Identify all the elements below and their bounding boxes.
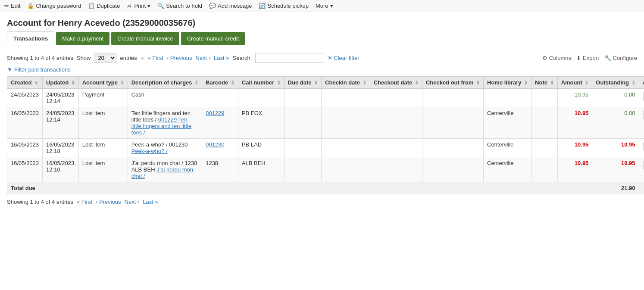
col-updated[interactable]: Updated ⇕ bbox=[43, 77, 79, 89]
sort-barcode-icon: ⇕ bbox=[231, 80, 234, 85]
prev-page-link[interactable]: ‹ Previous bbox=[167, 55, 192, 61]
bottom-last-link[interactable]: Last » bbox=[143, 199, 158, 205]
page-title: Account for Henry Acevedo (2352900003567… bbox=[0, 12, 644, 31]
filter-icon: ▼ bbox=[7, 66, 13, 73]
bottom-first-link[interactable]: « First bbox=[77, 199, 92, 205]
col-home-library[interactable]: Home library ⇕ bbox=[484, 77, 531, 89]
print-link[interactable]: 🖨 Print ▾ bbox=[127, 3, 150, 9]
cell-created: 16/05/2023 bbox=[7, 107, 43, 139]
cell-updated: 24/05/2023 12:14 bbox=[43, 107, 79, 139]
cell-account-type: Lost item bbox=[78, 107, 128, 139]
col-amount[interactable]: Amount ⇕ bbox=[557, 77, 592, 89]
cell-description: J'ai perdu mon chat / 1238 ALB BEH J'ai … bbox=[128, 157, 202, 182]
col-call-number[interactable]: Call number ⇕ bbox=[238, 77, 284, 89]
cell-amount: 10.95 bbox=[557, 107, 592, 139]
cell-actions: 🖨 Print ☰ Details 💳 Pay ⊘ Cancel charge bbox=[639, 139, 644, 157]
clear-filter-button[interactable]: ✕ Clear filter bbox=[328, 55, 359, 61]
cell-call-number: PB FOX bbox=[238, 107, 284, 139]
duplicate-icon: 📋 bbox=[88, 3, 95, 9]
sort-call-number-icon: ⇕ bbox=[277, 80, 281, 85]
print-icon: 🖨 bbox=[127, 3, 132, 9]
sort-checkin-icon: ⇕ bbox=[363, 80, 366, 85]
create-credit-button[interactable]: Create manual credit bbox=[181, 32, 245, 45]
col-note[interactable]: Note ⇕ bbox=[531, 77, 558, 89]
cell-home-library: Centerville bbox=[484, 139, 531, 157]
filter-paid-link[interactable]: ▼ Filter paid transactions bbox=[7, 66, 637, 73]
cell-actions: 🖨 Receipt ▾ ☰ Details ⊘ Void payment bbox=[639, 89, 644, 107]
col-description[interactable]: Description of charges ⇕ bbox=[128, 77, 202, 89]
sort-home-library-icon: ⇕ bbox=[524, 80, 528, 85]
cell-call-number bbox=[238, 89, 284, 107]
more-link[interactable]: More ▾ bbox=[316, 3, 333, 9]
tab-transactions[interactable]: Transactions bbox=[7, 31, 54, 46]
add-message-link[interactable]: 💬 Add message bbox=[209, 3, 252, 9]
export-button[interactable]: ⬇ Export bbox=[576, 55, 599, 61]
col-account-type[interactable]: Account type ⇕ bbox=[78, 77, 128, 89]
search-to-hold-link[interactable]: 🔍 Search to hold bbox=[157, 3, 202, 9]
total-value: 21.90 bbox=[592, 182, 639, 194]
table-controls: Showing 1 to 4 of 4 entries Show 10 20 5… bbox=[0, 51, 644, 65]
refresh-icon: 🔄 bbox=[259, 3, 266, 9]
col-checked-out-from[interactable]: Checked out from ⇕ bbox=[422, 77, 483, 89]
columns-button[interactable]: ⚙ Columns bbox=[542, 55, 571, 61]
table-row: 16/05/2023 16/05/2023 12:18 Lost item Pe… bbox=[7, 139, 644, 157]
col-barcode[interactable]: Barcode ⇕ bbox=[202, 77, 238, 89]
clear-icon: ✕ bbox=[328, 55, 332, 61]
cell-checked-out-from bbox=[422, 89, 483, 107]
col-checkin-date[interactable]: Checkin date ⇕ bbox=[322, 77, 370, 89]
search-input[interactable] bbox=[255, 53, 324, 63]
cell-checkout-date bbox=[370, 107, 422, 139]
cell-created: 16/05/2023 bbox=[7, 157, 43, 182]
next-page-link[interactable]: Next › bbox=[195, 55, 210, 61]
cell-checkout-date bbox=[370, 157, 422, 182]
first-page-link[interactable]: « First bbox=[148, 55, 163, 61]
table-row: 16/05/2023 16/05/2023 12:10 Lost item J'… bbox=[7, 157, 644, 182]
description-link[interactable]: J'ai perdu mon chat / bbox=[131, 166, 193, 179]
cell-description: Cash bbox=[128, 89, 202, 107]
cell-barcode bbox=[202, 89, 238, 107]
cell-amount: 10.95 bbox=[557, 157, 592, 182]
sort-checked-out-icon: ⇕ bbox=[476, 80, 480, 85]
configure-button[interactable]: 🔧 Configure bbox=[604, 55, 637, 61]
barcode-link[interactable]: 001230 bbox=[206, 141, 224, 148]
schedule-pickup-link[interactable]: 🔄 Schedule pickup bbox=[259, 3, 308, 9]
table-row: 16/05/2023 24/05/2023 12:14 Lost item Te… bbox=[7, 107, 644, 139]
cell-account-type: Payment bbox=[78, 89, 128, 107]
col-outstanding[interactable]: Outstanding ⇕ bbox=[592, 77, 639, 89]
last-page-link[interactable]: Last » bbox=[214, 55, 229, 61]
cell-checkin-date bbox=[322, 157, 370, 182]
col-due-date[interactable]: Due date ⇕ bbox=[284, 77, 322, 89]
cell-created: 24/05/2023 bbox=[7, 89, 43, 107]
cell-actions: 🖨 Print ☰ Details ↩ Issue refund bbox=[639, 107, 644, 139]
description-link[interactable]: 001229 Ten little fingers and ten little… bbox=[131, 116, 191, 136]
edit-icon: ✏ bbox=[4, 3, 9, 9]
sort-account-type-icon: ⇕ bbox=[120, 80, 124, 85]
description-link[interactable]: Peek-a-who? / bbox=[131, 148, 168, 154]
cell-checkin-date bbox=[322, 139, 370, 157]
cell-checkout-date bbox=[370, 139, 422, 157]
sort-description-icon: ⇕ bbox=[194, 80, 198, 85]
edit-link[interactable]: ✏ Edit bbox=[4, 3, 20, 9]
cell-account-type: Lost item bbox=[78, 139, 128, 157]
dropdown-arrow-icon: ▾ bbox=[147, 3, 150, 9]
col-created[interactable]: Created ▼ bbox=[7, 77, 43, 89]
bottom-next-link[interactable]: Next › bbox=[125, 199, 140, 205]
duplicate-link[interactable]: 📋 Duplicate bbox=[88, 3, 120, 9]
cell-home-library bbox=[484, 89, 531, 107]
sort-due-date-icon: ⇕ bbox=[314, 80, 318, 85]
message-icon: 💬 bbox=[209, 3, 216, 9]
make-payment-button[interactable]: Make a payment bbox=[56, 32, 109, 45]
bottom-prev-link[interactable]: ‹ Previous bbox=[96, 199, 121, 205]
col-checkout-date[interactable]: Checkout date ⇕ bbox=[370, 77, 422, 89]
cell-checked-out-from bbox=[422, 107, 483, 139]
cell-due-date bbox=[284, 107, 322, 139]
create-invoice-button[interactable]: Create manual invoice bbox=[111, 32, 179, 45]
cell-due-date bbox=[284, 89, 322, 107]
cell-updated: 16/05/2023 12:10 bbox=[43, 157, 79, 182]
entries-per-page-select[interactable]: 10 20 50 100 bbox=[94, 53, 116, 63]
cell-created: 16/05/2023 bbox=[7, 139, 43, 157]
cell-home-library: Centerville bbox=[484, 157, 531, 182]
change-password-link[interactable]: 🔒 Change password bbox=[27, 3, 81, 9]
search-icon: 🔍 bbox=[157, 3, 164, 9]
barcode-link[interactable]: 001229 bbox=[206, 110, 224, 116]
